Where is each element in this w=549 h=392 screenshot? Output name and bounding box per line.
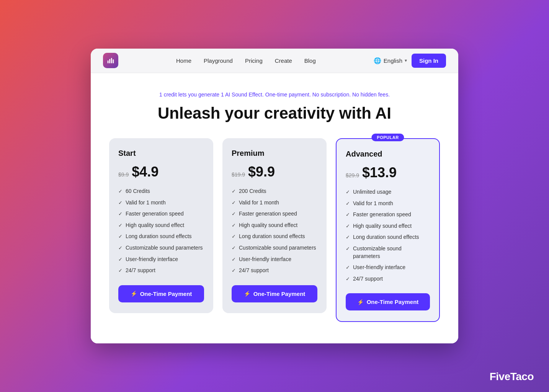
main-container: Home Playground Pricing Create Blog 🌐 En… [91, 49, 458, 344]
plan-advanced-pay-button[interactable]: ⚡ One-Time Payment [346, 293, 430, 310]
globe-icon: 🌐 [374, 57, 381, 64]
check-icon: ✓ [232, 188, 236, 195]
list-item: ✓User-friendly interface [118, 256, 204, 263]
plan-premium-old-price: $19.9 [232, 172, 245, 178]
list-item: ✓Valid for 1 month [118, 199, 204, 207]
list-item: ✓User-friendly interface [232, 256, 317, 263]
plan-start-old-price: $9.9 [118, 172, 129, 178]
list-item: ✓60 Credits [118, 188, 204, 195]
check-icon: ✓ [118, 256, 123, 263]
plan-advanced-old-price: $29.9 [346, 172, 359, 178]
bolt-icon: ⚡ [244, 291, 250, 297]
footer-brand: FiveTaco [490, 371, 534, 383]
plan-advanced: POPULAR Advanced $29.9 $13.9 ✓Unlimited … [336, 138, 440, 322]
plan-premium-new-price: $9.9 [248, 164, 275, 180]
language-label: English [384, 57, 402, 64]
check-icon: ✓ [346, 200, 350, 207]
check-icon: ✓ [118, 188, 123, 195]
check-icon: ✓ [232, 267, 236, 274]
bolt-icon: ⚡ [357, 299, 364, 305]
check-icon: ✓ [346, 189, 350, 196]
svg-rect-3 [113, 59, 114, 63]
popular-badge: POPULAR [371, 134, 404, 141]
nav-right: 🌐 English ▾ Sign In [374, 54, 446, 68]
plan-advanced-price-row: $29.9 $13.9 [346, 165, 430, 181]
check-icon: ✓ [118, 267, 123, 274]
list-item: ✓200 Credits [232, 188, 317, 195]
nav-create[interactable]: Create [275, 57, 292, 64]
check-icon: ✓ [346, 223, 350, 230]
list-item: ✓Long duration sound effects [346, 234, 430, 241]
check-icon: ✓ [118, 211, 123, 217]
nav-pricing[interactable]: Pricing [245, 57, 263, 64]
check-icon: ✓ [346, 211, 350, 218]
plan-start-name: Start [118, 149, 204, 158]
list-item: ✓Long duration sound effects [232, 233, 317, 240]
plan-start: Start $9.9 $4.9 ✓60 Credits ✓Valid for 1… [109, 138, 213, 313]
plan-advanced-features: ✓Unlimited usage ✓Valid for 1 month ✓Fas… [346, 188, 430, 283]
check-icon: ✓ [232, 245, 236, 252]
check-icon: ✓ [346, 276, 350, 283]
nav-blog[interactable]: Blog [304, 57, 316, 64]
pricing-grid: Start $9.9 $4.9 ✓60 Credits ✓Valid for 1… [109, 138, 440, 322]
language-selector[interactable]: 🌐 English ▾ [374, 57, 407, 64]
plan-start-new-price: $4.9 [132, 164, 158, 180]
list-item: ✓Long duration sound effects [118, 233, 204, 240]
list-item: ✓Customizable sound parameters [118, 244, 204, 252]
list-item: ✓Faster generation speed [346, 211, 430, 219]
plan-premium-name: Premium [232, 149, 317, 158]
list-item: ✓24/7 support [232, 267, 317, 274]
check-icon: ✓ [232, 199, 236, 206]
list-item: ✓High quality sound effect [118, 222, 204, 229]
nav-playground[interactable]: Playground [204, 57, 233, 64]
list-item: ✓Customizable sound parameters [346, 245, 430, 260]
list-item: ✓Faster generation speed [232, 210, 317, 218]
list-item: ✓User-friendly interface [346, 264, 430, 271]
list-item: ✓High quality sound effect [232, 222, 317, 229]
check-icon: ✓ [346, 234, 350, 241]
tagline: 1 credit lets you generate 1 AI Sound Ef… [109, 91, 440, 98]
navbar: Home Playground Pricing Create Blog 🌐 En… [91, 49, 458, 73]
check-icon: ✓ [346, 245, 350, 252]
list-item: ✓24/7 support [118, 267, 204, 274]
logo[interactable] [103, 53, 118, 68]
check-icon: ✓ [346, 264, 350, 271]
check-icon: ✓ [232, 211, 236, 217]
list-item: ✓Valid for 1 month [232, 199, 317, 207]
list-item: ✓High quality sound effect [346, 222, 430, 230]
list-item: ✓Valid for 1 month [346, 200, 430, 207]
plan-premium-pay-button[interactable]: ⚡ One-Time Payment [232, 285, 317, 302]
plan-start-price-row: $9.9 $4.9 [118, 164, 204, 180]
signin-button[interactable]: Sign In [412, 54, 446, 68]
check-icon: ✓ [232, 233, 236, 240]
page-content: 1 credit lets you generate 1 AI Sound Ef… [91, 73, 458, 344]
hero-title: Unleash your creativity with AI [109, 104, 440, 123]
check-icon: ✓ [232, 256, 236, 263]
svg-rect-1 [109, 59, 110, 63]
check-icon: ✓ [118, 199, 123, 206]
bolt-icon: ⚡ [131, 291, 137, 297]
list-item: ✓Customizable sound parameters [232, 244, 317, 252]
svg-rect-0 [108, 60, 109, 63]
list-item: ✓Unlimited usage [346, 188, 430, 196]
check-icon: ✓ [232, 222, 236, 229]
plan-premium: Premium $19.9 $9.9 ✓200 Credits ✓Valid f… [222, 138, 327, 313]
plan-premium-price-row: $19.9 $9.9 [232, 164, 317, 180]
list-item: ✓Faster generation speed [118, 210, 204, 218]
chevron-down-icon: ▾ [405, 58, 407, 63]
check-icon: ✓ [118, 245, 123, 252]
check-icon: ✓ [118, 222, 123, 229]
list-item: ✓24/7 support [346, 275, 430, 283]
svg-rect-2 [111, 58, 112, 64]
plan-advanced-new-price: $13.9 [362, 165, 397, 181]
plan-premium-features: ✓200 Credits ✓Valid for 1 month ✓Faster … [232, 188, 317, 274]
plan-start-pay-button[interactable]: ⚡ One-Time Payment [118, 285, 204, 302]
plan-start-features: ✓60 Credits ✓Valid for 1 month ✓Faster g… [118, 188, 204, 274]
nav-links: Home Playground Pricing Create Blog [176, 57, 316, 64]
plan-advanced-name: Advanced [346, 150, 430, 158]
check-icon: ✓ [118, 233, 123, 240]
nav-home[interactable]: Home [176, 57, 191, 64]
